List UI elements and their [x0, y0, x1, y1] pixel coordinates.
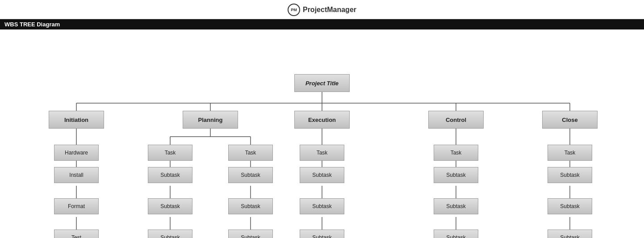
node-hardware: Hardware: [54, 145, 99, 161]
planning-task1-sub2: Subtask: [148, 198, 192, 214]
branch-initiation: Initiation: [49, 111, 104, 129]
tree-container: Project Title Initiation Hardware Instal…: [5, 34, 639, 238]
planning-task2-sub2: Subtask: [228, 198, 273, 214]
logo-icon: PM: [288, 4, 300, 16]
close-sub1: Subtask: [548, 167, 592, 183]
wbs-diagram: Project Title Initiation Hardware Instal…: [0, 29, 644, 238]
planning-task2-sub3: Subtask: [228, 230, 273, 238]
branch-control: Control: [428, 111, 484, 129]
planning-task2: Task: [228, 145, 273, 161]
branch-close: Close: [542, 111, 598, 129]
branch-execution: Execution: [294, 111, 350, 129]
close-sub2: Subtask: [548, 198, 592, 214]
control-sub3: Subtask: [434, 230, 478, 238]
control-sub1: Subtask: [434, 167, 478, 183]
root-node: Project Title: [294, 74, 350, 92]
node-install: Install: [54, 167, 99, 183]
diagram-banner: WBS TREE Diagram: [0, 19, 644, 29]
execution-sub3: Subtask: [300, 230, 344, 238]
app-header: PM ProjectManager: [0, 0, 644, 19]
planning-task1-sub3: Subtask: [148, 230, 192, 238]
app-title: ProjectManager: [303, 6, 356, 14]
banner-title: WBS TREE Diagram: [4, 21, 60, 28]
logo-text: PM: [291, 8, 297, 12]
node-test: Test: [54, 230, 99, 238]
node-format: Format: [54, 198, 99, 214]
execution-sub2: Subtask: [300, 198, 344, 214]
control-task: Task: [434, 145, 478, 161]
planning-task1-sub1: Subtask: [148, 167, 192, 183]
branch-planning: Planning: [183, 111, 238, 129]
execution-sub1: Subtask: [300, 167, 344, 183]
planning-task2-sub1: Subtask: [228, 167, 273, 183]
execution-task: Task: [300, 145, 344, 161]
close-task: Task: [548, 145, 592, 161]
control-sub2: Subtask: [434, 198, 478, 214]
close-sub3: Subtask: [548, 230, 592, 238]
planning-task1: Task: [148, 145, 192, 161]
